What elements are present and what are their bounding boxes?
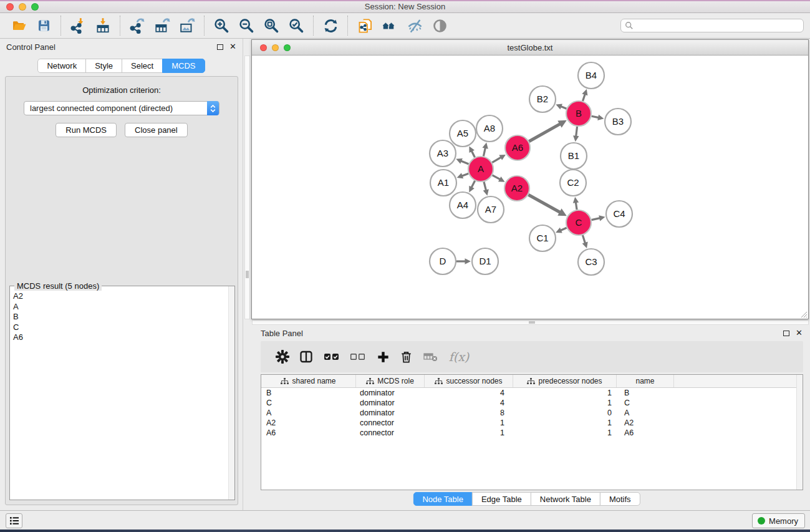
- graph-node-A2[interactable]: A2: [504, 176, 529, 201]
- zoom-in-icon[interactable]: [209, 15, 234, 36]
- graph-node-C1[interactable]: C1: [529, 225, 556, 251]
- graph-edge-A-A5[interactable]: [469, 146, 475, 157]
- graph-edge-A-A1[interactable]: [457, 173, 469, 178]
- tab-select[interactable]: Select: [122, 59, 163, 73]
- resize-grip-icon[interactable]: [800, 311, 808, 318]
- tab-network-table[interactable]: Network Table: [531, 492, 600, 506]
- graph-edge-C-C4[interactable]: [592, 215, 605, 221]
- desktop-vertical-scrollbar[interactable]: [244, 56, 250, 319]
- zoom-out-icon[interactable]: [234, 15, 259, 36]
- network-canvas[interactable]: B4B2BB3A5A8A6A3B1AC2A1A2A4A7C4CC1C3DD1: [252, 56, 808, 319]
- graph-node-C4[interactable]: C4: [606, 201, 632, 227]
- close-panel-icon[interactable]: ✕: [796, 330, 803, 336]
- table-row[interactable]: Adominator80A: [261, 408, 803, 418]
- graph-edge-A-A8[interactable]: [483, 142, 488, 156]
- column-header-shared-name[interactable]: shared name: [261, 375, 356, 387]
- table-row[interactable]: A2connector11A2: [261, 418, 803, 428]
- delete-table-icon[interactable]: [418, 351, 443, 363]
- network-window-titlebar[interactable]: testGlobe.txt: [252, 40, 808, 56]
- export-table-icon[interactable]: [150, 15, 175, 36]
- tab-mcds[interactable]: MCDS: [162, 59, 205, 73]
- column-header-predecessor-nodes[interactable]: predecessor nodes: [513, 375, 617, 387]
- graph-edge-B-B3[interactable]: [592, 115, 604, 120]
- import-table-icon[interactable]: [90, 15, 115, 36]
- table-row[interactable]: Bdominator41B: [261, 388, 803, 398]
- tab-node-table[interactable]: Node Table: [413, 492, 473, 506]
- graph-edge-D-D1[interactable]: [456, 258, 471, 264]
- graph-edge-A6-B[interactable]: [529, 120, 567, 142]
- tab-style[interactable]: Style: [85, 59, 122, 73]
- graph-edge-C-C1[interactable]: [556, 228, 567, 233]
- result-item[interactable]: C: [13, 322, 234, 333]
- column-header-successor-nodes[interactable]: successor nodes: [425, 375, 513, 387]
- deselect-all-icon[interactable]: [344, 352, 372, 361]
- scrollbar-thumb[interactable]: [246, 271, 249, 278]
- column-header-name[interactable]: name: [617, 375, 674, 387]
- function-builder-icon[interactable]: f(x): [443, 350, 475, 364]
- graph-edge-A-A2[interactable]: [493, 175, 505, 182]
- run-mcds-button[interactable]: Run MCDS: [55, 123, 117, 137]
- table-settings-icon[interactable]: [272, 349, 293, 364]
- export-image-icon[interactable]: [175, 15, 200, 36]
- graph-node-C[interactable]: C: [566, 210, 591, 235]
- search-input[interactable]: [620, 19, 804, 32]
- close-panel-icon[interactable]: ✕: [229, 44, 236, 50]
- graph-edge-A2-C[interactable]: [528, 195, 566, 216]
- result-item[interactable]: A2: [13, 291, 234, 302]
- graph-edge-C-C2[interactable]: [573, 197, 579, 210]
- graph-edge-B-B4[interactable]: [582, 89, 587, 101]
- result-item[interactable]: A: [13, 302, 234, 312]
- task-history-button[interactable]: [6, 513, 22, 528]
- zoom-selected-icon[interactable]: [284, 15, 309, 36]
- result-scrollbar[interactable]: [228, 286, 234, 500]
- save-session-icon[interactable]: [31, 15, 56, 36]
- graph-node-B1[interactable]: B1: [561, 143, 587, 169]
- select-all-icon[interactable]: [319, 352, 344, 361]
- zoom-fit-icon[interactable]: [259, 15, 284, 36]
- graph-node-A8[interactable]: A8: [476, 115, 503, 142]
- first-neighbors-icon[interactable]: [377, 15, 402, 36]
- graph-node-B2[interactable]: B2: [529, 86, 556, 112]
- close-panel-button[interactable]: Close panel: [125, 123, 188, 137]
- graph-edge-A-A6[interactable]: [492, 155, 506, 163]
- table-row[interactable]: A6connector11A6: [261, 428, 803, 438]
- graph-node-A5[interactable]: A5: [450, 120, 476, 147]
- float-panel-icon[interactable]: [783, 331, 789, 336]
- export-network-icon[interactable]: [125, 15, 150, 36]
- graph-node-D1[interactable]: D1: [472, 248, 498, 274]
- graph-edge-C-C3[interactable]: [582, 235, 588, 248]
- show-details-icon[interactable]: [427, 15, 452, 36]
- duplicate-network-icon[interactable]: [352, 15, 377, 36]
- graph-node-A6[interactable]: A6: [505, 135, 530, 160]
- add-column-icon[interactable]: [372, 350, 394, 364]
- desktop-horizontal-scrollbar[interactable]: [252, 320, 809, 325]
- graph-node-D[interactable]: D: [430, 248, 456, 274]
- graph-node-A1[interactable]: A1: [430, 170, 456, 196]
- graph-node-B[interactable]: B: [566, 101, 591, 126]
- graph-node-B3[interactable]: B3: [605, 109, 631, 135]
- graph-node-A4[interactable]: A4: [450, 192, 476, 218]
- delete-column-icon[interactable]: [394, 350, 418, 364]
- graph-edge-B-B2[interactable]: [556, 104, 566, 110]
- graph-node-B4[interactable]: B4: [578, 62, 604, 89]
- graph-edge-A-A7[interactable]: [483, 181, 489, 195]
- tab-edge-table[interactable]: Edge Table: [472, 492, 531, 506]
- graph-edge-A-A3[interactable]: [456, 158, 468, 164]
- column-header-MCDS-role[interactable]: MCDS role: [356, 375, 425, 387]
- result-item[interactable]: A6: [13, 332, 234, 343]
- table-row[interactable]: Cdominator41C: [261, 398, 803, 408]
- graph-node-C2[interactable]: C2: [560, 170, 586, 196]
- network-graph[interactable]: B4B2BB3A5A8A6A3B1AC2A1A2A4A7C4CC1C3DD1: [252, 56, 808, 319]
- table-scrollbar[interactable]: [796, 375, 803, 490]
- float-panel-icon[interactable]: [217, 44, 223, 50]
- graph-node-A3[interactable]: A3: [430, 140, 456, 167]
- hide-details-icon[interactable]: [402, 15, 427, 36]
- refresh-icon[interactable]: [318, 15, 343, 36]
- tab-network[interactable]: Network: [37, 59, 86, 73]
- memory-button[interactable]: Memory: [752, 513, 805, 528]
- result-item[interactable]: B: [13, 312, 234, 322]
- show-columns-icon[interactable]: [293, 349, 319, 364]
- open-session-icon[interactable]: [6, 15, 31, 36]
- graph-node-A7[interactable]: A7: [478, 196, 504, 223]
- criterion-dropdown[interactable]: largest connected component (directed): [24, 101, 219, 115]
